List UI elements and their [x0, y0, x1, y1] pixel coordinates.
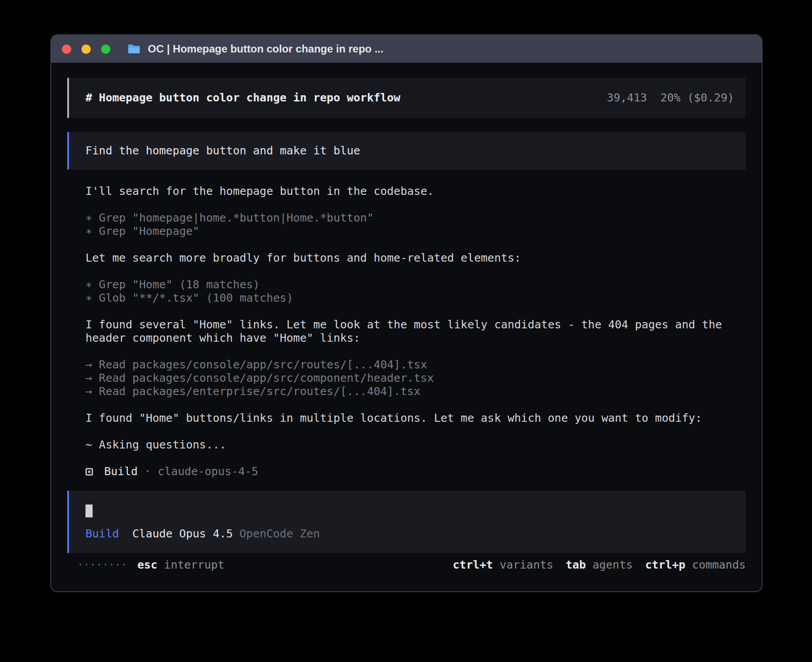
tool-call-group: ∗ Grep "homepage|home.*button|Home.*butt… [85, 211, 746, 238]
titlebar[interactable]: OC | Homepage button color change in rep… [51, 35, 762, 63]
conversation: I'll search for the homepage button in t… [67, 185, 746, 478]
agent-separator: · [144, 465, 151, 478]
shortcut-key: ctrl+p [645, 558, 685, 572]
user-message: Find the homepage button and make it blu… [67, 132, 746, 170]
agent-name: Build [104, 465, 138, 478]
zoom-button[interactable] [101, 44, 110, 54]
tool-call-read: → Read packages/enterprise/src/routes/[.… [85, 385, 746, 398]
agent-model: claude-opus-4-5 [158, 465, 258, 478]
terminal-content: # Homepage button color change in repo w… [51, 63, 762, 591]
agent-status-line: Build · claude-opus-4-5 [85, 465, 746, 478]
token-count: 39,413 [607, 91, 647, 105]
mode-label: Build [85, 527, 119, 541]
tool-call-group: → Read packages/console/app/src/routes/[… [85, 358, 746, 398]
prompt-input[interactable]: Build Claude Opus 4.5 OpenCode Zen [67, 491, 746, 553]
assistant-message: I'll search for the homepage button in t… [85, 185, 746, 198]
model-label: Claude Opus 4.5 [132, 527, 233, 541]
esc-label: interrupt [164, 558, 224, 572]
close-button[interactable] [62, 44, 71, 54]
session-meta: 39,413 20% ($0.29) [607, 91, 734, 105]
text-cursor [85, 505, 93, 517]
shortcut-agents: tab agents [566, 558, 633, 572]
input-line[interactable] [85, 504, 729, 517]
tool-call-group: ∗ Grep "Home" (18 matches) ∗ Glob "**/*.… [85, 278, 746, 305]
input-meta: Build Claude Opus 4.5 OpenCode Zen [85, 527, 729, 541]
tool-call-read: → Read packages/console/app/src/componen… [85, 371, 746, 385]
assistant-text: Let me search more broadly for buttons a… [85, 251, 746, 265]
shortcut-label: commands [692, 558, 746, 572]
tool-call-grep: ∗ Grep "Homepage" [85, 225, 746, 238]
tool-call-grep: ∗ Grep "homepage|home.*button|Home.*butt… [85, 211, 746, 225]
window-title: OC | Homepage button color change in rep… [148, 43, 383, 55]
traffic-lights [62, 44, 110, 54]
context-usage: 20% ($0.29) [660, 91, 734, 105]
assistant-message: I found "Home" buttons/links in multiple… [85, 412, 746, 425]
status-bar: ········ esc interrupt ctrl+t variants t… [67, 558, 746, 572]
session-title: # Homepage button color change in repo w… [85, 91, 400, 105]
status-bar-left: ········ esc interrupt [77, 558, 224, 572]
shortcut-variants: ctrl+t variants [453, 558, 553, 572]
session-header: # Homepage button color change in repo w… [67, 78, 746, 118]
tool-call-read: → Read packages/console/app/src/routes/[… [85, 358, 746, 371]
asking-questions-status: ~ Asking questions... [85, 438, 746, 452]
assistant-text: I found several "Home" links. Let me loo… [85, 318, 746, 345]
shortcut-commands: ctrl+p commands [645, 558, 746, 572]
status-message: ~ Asking questions... [85, 438, 746, 452]
provider-label: OpenCode Zen [240, 527, 320, 541]
shortcut-label: agents [593, 558, 633, 572]
assistant-text: I'll search for the homepage button in t… [85, 185, 746, 198]
tool-call-grep: ∗ Grep "Home" (18 matches) [85, 278, 746, 291]
folder-icon [127, 44, 141, 54]
terminal-window: OC | Homepage button color change in rep… [50, 34, 763, 592]
build-agent-icon [85, 468, 93, 476]
shortcut-label: variants [499, 558, 553, 572]
assistant-message: Let me search more broadly for buttons a… [85, 251, 746, 265]
user-message-text: Find the homepage button and make it blu… [85, 144, 360, 157]
spinner-dots: ········ [77, 558, 127, 572]
minimize-button[interactable] [81, 44, 91, 54]
assistant-message: I found several "Home" links. Let me loo… [85, 318, 746, 345]
shortcut-key: ctrl+t [453, 558, 493, 572]
tool-call-glob: ∗ Glob "**/*.tsx" (100 matches) [85, 291, 746, 305]
shortcut-key: tab [566, 558, 586, 572]
assistant-text: I found "Home" buttons/links in multiple… [85, 412, 746, 425]
status-bar-right: ctrl+t variants tab agents ctrl+p comman… [453, 558, 746, 572]
esc-key: esc [137, 558, 157, 572]
